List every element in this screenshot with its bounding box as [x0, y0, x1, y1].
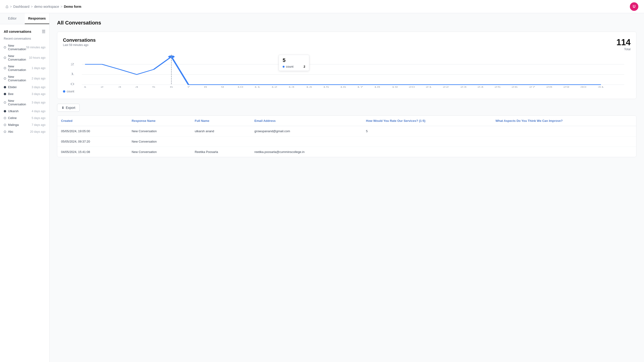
sidebar-header: All conversations ☰ — [0, 27, 49, 35]
conversation-item[interactable]: Malinga 7 days ago — [0, 121, 49, 128]
table-row[interactable]: 05/05/2024, 09:37:20 New Conversation — [57, 136, 636, 147]
export-button[interactable]: ⬇ Export — [57, 104, 80, 112]
svg-text:29: 29 — [563, 86, 570, 88]
conv-name: Malinga — [8, 123, 19, 126]
svg-text:2: 2 — [100, 86, 104, 88]
chart-total-number: 114 — [616, 38, 630, 47]
avatar[interactable]: U — [630, 2, 638, 11]
conv-left: Malinga — [4, 123, 19, 126]
conv-dot — [4, 46, 6, 48]
conv-dot — [4, 130, 6, 133]
cell-rating — [362, 147, 492, 157]
conversation-item[interactable]: Utkarsh 4 days ago — [0, 108, 49, 114]
table-body: 05/05/2024, 19:05:00 New Conversation ut… — [57, 126, 636, 157]
col-improve: What Aspects Do You Think We Can Improve… — [492, 116, 636, 126]
sidebar-list-icon[interactable]: ☰ — [42, 29, 46, 34]
svg-text:30: 30 — [580, 86, 586, 88]
cell-created: 04/05/2024, 15:41:08 — [57, 147, 128, 157]
table-row[interactable]: 05/05/2024, 19:05:00 New Conversation ut… — [57, 126, 636, 136]
cell-full-name: Reetika Poosarla — [191, 147, 250, 157]
conv-name: New Conversation — [8, 75, 32, 82]
svg-text:21: 21 — [426, 86, 432, 88]
chart-legend: count — [63, 90, 630, 93]
col-full-name: Full Name — [191, 116, 250, 126]
col-rating: How Would You Rate Our Services? (1-5) — [362, 116, 492, 126]
conv-name: Bee — [8, 92, 14, 96]
svg-text:1: 1 — [70, 72, 74, 76]
conversation-item[interactable]: New Conversation 3 days ago — [0, 97, 49, 108]
conv-time: 59 minutes ago — [26, 46, 46, 49]
conversation-item[interactable]: New Conversation 10 hours ago — [0, 52, 49, 63]
conv-name: Celine — [8, 116, 17, 120]
table-row[interactable]: 04/05/2024, 15:41:08 New Conversation Re… — [57, 147, 636, 157]
chart-card: Conversations Last 59 minutes ago 114 To… — [57, 32, 636, 99]
export-icon: ⬇ — [62, 106, 64, 110]
cell-created: 05/05/2024, 19:05:00 — [57, 126, 128, 136]
conversations-table: Created Response Name Full Name Email Ad… — [57, 116, 636, 157]
tooltip-value: 5 — [283, 57, 305, 64]
tab-editor[interactable]: Editor — [0, 13, 25, 24]
svg-text:3: 3 — [118, 86, 121, 88]
conv-left: New Conversation — [4, 75, 32, 82]
home-icon[interactable]: ⌂ — [6, 4, 8, 9]
legend-dot — [63, 90, 65, 92]
conversation-item[interactable]: Bee 3 days ago — [0, 90, 49, 97]
conversation-item[interactable]: New Conversation 1 days ago — [0, 63, 49, 73]
cell-improve — [492, 136, 636, 147]
svg-text:22: 22 — [443, 86, 449, 88]
breadcrumb-workspace[interactable]: demo workspace — [34, 5, 59, 8]
tab-responses[interactable]: Responses — [25, 13, 50, 24]
svg-text:28: 28 — [546, 86, 552, 88]
conv-left: Celine — [4, 116, 17, 120]
sidebar-body: All conversations ☰ Recent conversations… — [0, 24, 49, 362]
conv-name: Ebidei — [8, 85, 16, 89]
conv-dot — [4, 86, 6, 88]
conversation-item[interactable]: Ebidei 3 days ago — [0, 84, 49, 90]
legend-label: count — [67, 90, 74, 93]
cell-email — [250, 136, 362, 147]
svg-text:15: 15 — [323, 86, 329, 88]
chart-subtitle: Last 59 minutes ago — [63, 43, 96, 47]
svg-text:0: 0 — [70, 83, 74, 86]
breadcrumb: ⌂ > Dashboard > demo workspace > Demo fo… — [6, 4, 81, 9]
conv-time: 3 days ago — [32, 86, 46, 89]
conv-left: Ebidei — [4, 85, 16, 89]
conv-time: 7 days ago — [32, 123, 46, 126]
conversation-item[interactable]: Abc 20 days ago — [0, 128, 49, 135]
svg-text:12: 12 — [271, 86, 278, 88]
svg-text:17: 17 — [357, 86, 363, 88]
conversation-list: New Conversation 59 minutes ago New Conv… — [0, 42, 49, 135]
chart-area: 5 count 2 0 1 2 — [63, 55, 630, 88]
table-wrap: Created Response Name Full Name Email Ad… — [57, 116, 636, 157]
main-content: All Conversations Conversations Last 59 … — [50, 13, 644, 362]
conv-name: New Conversation — [8, 44, 26, 51]
svg-text:2: 2 — [70, 63, 74, 66]
recent-conversations-label: Recent conversations — [0, 35, 49, 42]
table-header-row: Created Response Name Full Name Email Ad… — [57, 116, 636, 126]
cell-response-name: New Conversation — [128, 126, 191, 136]
svg-text:18: 18 — [374, 86, 380, 88]
cell-email: reetika.poosarla@cumminscollege.in — [250, 147, 362, 157]
chart-tooltip: 5 count 2 — [279, 55, 309, 71]
conv-time: 3 days ago — [32, 92, 46, 96]
conv-time: 3 days ago — [32, 101, 46, 104]
conv-left: New Conversation — [4, 64, 32, 72]
svg-text:1: 1 — [84, 86, 86, 88]
conversation-item[interactable]: New Conversation 59 minutes ago — [0, 42, 49, 52]
col-email: Email Address — [250, 116, 362, 126]
breadcrumb-dashboard[interactable]: Dashboard — [13, 5, 30, 8]
svg-text:9: 9 — [221, 86, 224, 88]
conv-name: Utkarsh — [8, 109, 18, 113]
cell-full-name: utkarsh anand — [191, 126, 250, 136]
conv-left: Bee — [4, 92, 14, 96]
cell-improve — [492, 126, 636, 136]
conversation-item[interactable]: New Conversation 2 days ago — [0, 73, 49, 84]
tooltip-count-value: 2 — [304, 65, 305, 68]
sidebar-section-title: All conversations — [4, 30, 31, 34]
conv-left: New Conversation — [4, 44, 26, 51]
cell-created: 05/05/2024, 09:37:20 — [57, 136, 128, 147]
conversation-item[interactable]: Celine 5 days ago — [0, 114, 49, 121]
chart-title-area: Conversations Last 59 minutes ago — [63, 38, 96, 47]
conv-dot — [4, 67, 6, 69]
cell-email: growupanand@gmail.com — [250, 126, 362, 136]
